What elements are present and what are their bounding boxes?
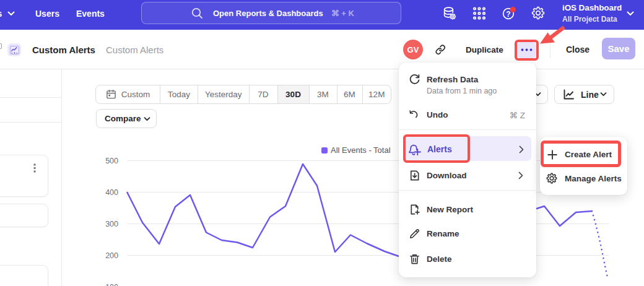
svg-text:200: 200 bbox=[105, 251, 118, 260]
svg-text:400: 400 bbox=[105, 188, 118, 197]
svg-text:100: 100 bbox=[105, 283, 118, 286]
svg-text:500: 500 bbox=[105, 157, 118, 165]
svg-text:300: 300 bbox=[105, 220, 118, 228]
svg-text:?: ? bbox=[506, 10, 510, 19]
